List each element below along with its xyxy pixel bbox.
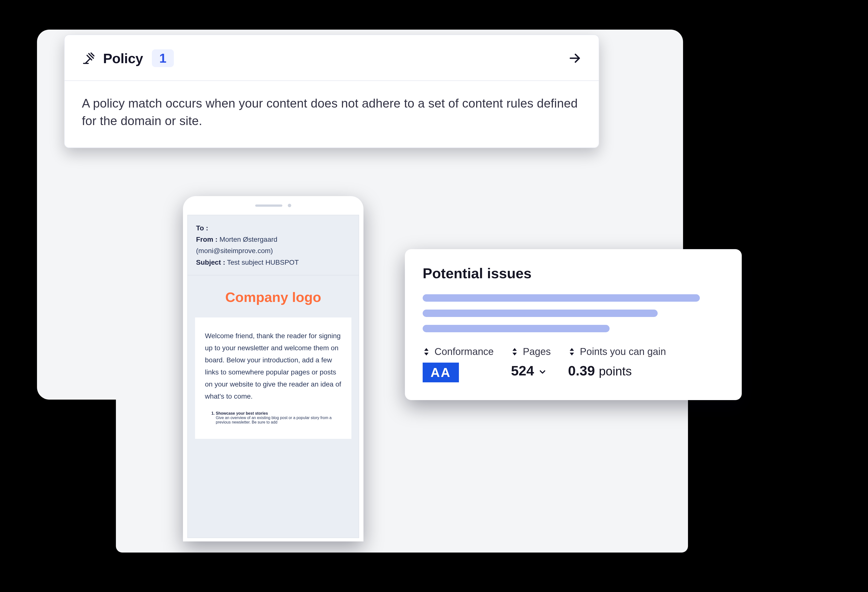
svg-marker-1 bbox=[424, 348, 428, 351]
arrow-right-icon[interactable] bbox=[568, 52, 582, 65]
sort-icon[interactable] bbox=[511, 347, 518, 356]
svg-marker-2 bbox=[424, 353, 428, 355]
policy-description: A policy match occurs when your content … bbox=[65, 81, 599, 148]
svg-marker-5 bbox=[570, 348, 574, 351]
metric-label-row: Conformance bbox=[423, 346, 494, 357]
svg-marker-4 bbox=[512, 353, 517, 355]
email-subject-label: Subject : bbox=[196, 258, 225, 266]
email-from-label: From : bbox=[196, 236, 217, 243]
company-logo-placeholder: Company logo bbox=[187, 275, 359, 317]
chevron-down-icon[interactable] bbox=[538, 368, 547, 376]
email-from-email: (moni@siteimprove.com) bbox=[196, 245, 350, 257]
email-to-label: To : bbox=[196, 224, 208, 232]
email-subject-value: Test subject HUBSPOT bbox=[227, 258, 299, 266]
gavel-icon bbox=[82, 51, 96, 65]
phone-screen: To : From : Morten Østergaard (moni@site… bbox=[187, 215, 359, 538]
phone-notch bbox=[183, 196, 363, 215]
issue-bar-placeholder bbox=[423, 325, 610, 332]
phone-camera-icon bbox=[288, 204, 291, 207]
metric-points-label: Points you can gain bbox=[580, 346, 666, 357]
metric-pages[interactable]: Pages 524 bbox=[511, 346, 551, 382]
policy-count-badge: 1 bbox=[152, 49, 174, 67]
metric-points-value: 0.39 bbox=[568, 363, 595, 379]
email-intro-text: Welcome friend, thank the reader for sig… bbox=[205, 330, 341, 402]
list-item-text: Give an overview of an existing blog pos… bbox=[216, 416, 341, 425]
metric-label-row: Pages bbox=[511, 346, 551, 357]
sort-icon[interactable] bbox=[423, 347, 430, 356]
metric-points-unit: points bbox=[599, 364, 632, 378]
svg-marker-3 bbox=[512, 348, 517, 351]
policy-title: Policy bbox=[103, 50, 143, 66]
conformance-badge: AA bbox=[423, 363, 459, 382]
issue-bars bbox=[423, 294, 724, 332]
metric-conformance[interactable]: Conformance AA bbox=[423, 346, 494, 382]
email-list: Showcase your best stories Give an overv… bbox=[205, 411, 341, 425]
email-subject-row: Subject : Test subject HUBSPOT bbox=[196, 257, 350, 268]
metrics-row: Conformance AA Pages 524 bbox=[423, 346, 724, 382]
metric-points-value-row: 0.39 points bbox=[568, 363, 666, 379]
phone-preview: To : From : Morten Østergaard (moni@site… bbox=[183, 196, 363, 542]
phone-speaker-icon bbox=[255, 204, 282, 207]
potential-issues-card: Potential issues Conformance AA Pages bbox=[405, 249, 742, 400]
email-headers: To : From : Morten Østergaard (moni@site… bbox=[187, 215, 359, 275]
issue-bar-placeholder bbox=[423, 310, 658, 317]
metric-conformance-label: Conformance bbox=[434, 346, 494, 357]
potential-issues-title: Potential issues bbox=[423, 265, 724, 282]
list-item-title: Showcase your best stories bbox=[216, 411, 268, 415]
list-item: Showcase your best stories Give an overv… bbox=[216, 411, 341, 425]
metric-pages-value: 524 bbox=[511, 363, 534, 379]
policy-card-header[interactable]: Policy 1 bbox=[65, 35, 599, 81]
metric-points[interactable]: Points you can gain 0.39 points bbox=[568, 346, 666, 382]
svg-marker-6 bbox=[570, 353, 574, 355]
policy-card: Policy 1 A policy match occurs when your… bbox=[64, 34, 599, 148]
metric-pages-value-row[interactable]: 524 bbox=[511, 363, 551, 379]
email-to-row: To : bbox=[196, 223, 350, 234]
issue-bar-placeholder bbox=[423, 294, 700, 302]
email-body-container: Welcome friend, thank the reader for sig… bbox=[195, 317, 351, 439]
metric-label-row: Points you can gain bbox=[568, 346, 666, 357]
email-from-name: Morten Østergaard bbox=[220, 236, 278, 243]
metric-pages-label: Pages bbox=[523, 346, 551, 357]
email-from-row: From : Morten Østergaard bbox=[196, 234, 350, 245]
sort-icon[interactable] bbox=[568, 347, 576, 356]
